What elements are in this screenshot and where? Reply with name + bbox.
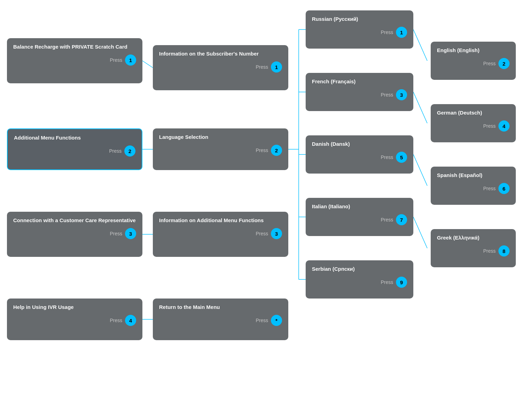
node-english-label: English (English) (437, 47, 480, 53)
badge-russian: 1 (396, 27, 407, 38)
node-serbian-label: Serbian (Српски) (312, 266, 355, 272)
node-additional-menu: Additional Menu Functions Press 2 (7, 128, 142, 170)
node-russian: Russian (Русский) Press 1 (306, 10, 413, 49)
node-language-selection-label: Language Selection (159, 134, 208, 140)
node-balance-recharge: Balance Recharge with PRIVATE Scratch Ca… (7, 38, 142, 83)
node-english: English (English) Press 2 (431, 42, 516, 80)
svg-line-11 (413, 30, 427, 61)
press-label-italian: Press (381, 217, 393, 222)
node-french: French (Français) Press 3 (306, 73, 413, 111)
badge-german: 4 (498, 120, 510, 132)
press-label-lang: Press (256, 148, 268, 153)
badge-additional: 2 (124, 145, 135, 157)
node-greek: Greek (Ελληνικά) Press 8 (431, 229, 516, 267)
badge-info-add: 3 (271, 228, 282, 239)
node-danish-label: Danish (Dansk) (312, 141, 350, 147)
press-label-return: Press (256, 318, 268, 323)
press-label-german: Press (483, 123, 496, 129)
badge-return: * (271, 315, 282, 326)
badge-serbian: 9 (396, 277, 407, 288)
badge-lang: 2 (271, 145, 282, 156)
press-label-russian: Press (381, 30, 393, 35)
diagram-container: Balance Recharge with PRIVATE Scratch Ca… (0, 0, 521, 420)
node-greek-label: Greek (Ελληνικά) (437, 235, 479, 241)
press-label-french: Press (381, 92, 393, 98)
node-connection-care-label: Connection with a Customer Care Represen… (13, 217, 136, 223)
node-danish: Danish (Dansk) Press 5 (306, 135, 413, 174)
badge-ivr: 4 (125, 315, 136, 326)
badge-danish: 5 (396, 152, 407, 163)
node-info-additional: Information on Additional Menu Functions… (153, 212, 288, 257)
badge-subscriber: 1 (271, 61, 282, 73)
press-label-additional: Press (109, 148, 122, 154)
node-balance-recharge-label: Balance Recharge with PRIVATE Scratch Ca… (13, 44, 127, 50)
node-german-label: German (Deutsch) (437, 110, 482, 116)
press-label-care: Press (110, 231, 122, 236)
press-label-greek: Press (483, 248, 496, 254)
node-connection-care: Connection with a Customer Care Represen… (7, 212, 142, 257)
badge-spanish: 6 (498, 183, 510, 194)
badge-balance: 1 (125, 54, 136, 66)
node-spanish: Spanish (Español) Press 6 (431, 167, 516, 205)
node-russian-label: Russian (Русский) (312, 16, 358, 22)
node-help-ivr-label: Help in Using IVR Usage (13, 304, 74, 310)
node-info-subscriber: Information on the Subscriber's Number P… (153, 45, 288, 90)
node-return-main: Return to the Main Menu Press * (153, 299, 288, 340)
node-italian-label: Italian (Italiano) (312, 203, 350, 209)
node-additional-menu-label: Additional Menu Functions (14, 135, 81, 141)
badge-french: 3 (396, 89, 407, 100)
node-french-label: French (Français) (312, 78, 356, 84)
node-language-selection: Language Selection Press 2 (153, 128, 288, 170)
press-label-ivr: Press (110, 318, 122, 323)
node-return-main-label: Return to the Main Menu (159, 304, 220, 310)
node-italian: Italian (Italiano) Press 7 (306, 198, 413, 236)
press-label-danish: Press (381, 154, 393, 160)
press-label-english: Press (483, 61, 496, 66)
svg-line-0 (142, 61, 153, 68)
press-label-serbian: Press (381, 279, 393, 285)
badge-greek: 8 (498, 245, 510, 257)
node-spanish-label: Spanish (Español) (437, 172, 482, 178)
node-info-additional-label: Information on Additional Menu Functions (159, 217, 264, 223)
node-info-subscriber-label: Information on the Subscriber's Number (159, 51, 259, 57)
svg-line-12 (413, 92, 427, 123)
badge-italian: 7 (396, 214, 407, 225)
press-label-info-add: Press (256, 231, 268, 236)
press-label-subscriber: Press (256, 64, 268, 70)
svg-line-13 (413, 154, 427, 186)
node-help-ivr: Help in Using IVR Usage Press 4 (7, 299, 142, 340)
svg-line-14 (413, 217, 427, 248)
node-serbian: Serbian (Српски) Press 9 (306, 260, 413, 299)
badge-english: 2 (498, 58, 510, 69)
node-german: German (Deutsch) Press 4 (431, 104, 516, 142)
badge-care: 3 (125, 228, 136, 239)
press-label-balance: Press (110, 57, 122, 63)
press-label-spanish: Press (483, 186, 496, 191)
